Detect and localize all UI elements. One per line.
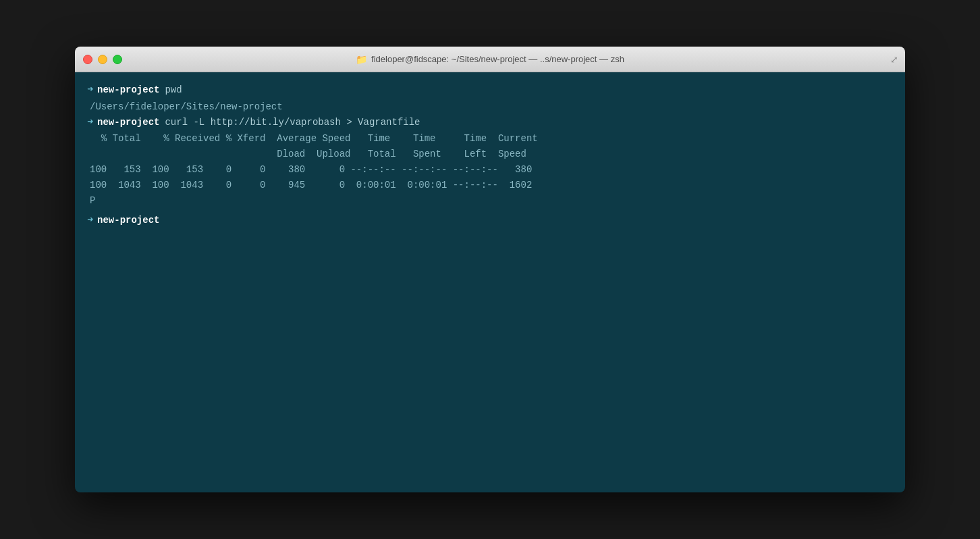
resize-icon[interactable]: ⤢ [890,53,898,65]
prompt-arrow: ➜ [87,213,93,229]
table-data-row2: 100 1043 100 1043 0 0 945 0 0:00:01 0:00… [87,178,893,192]
prompt-cmd: curl -L http://bit.ly/vaprobash > Vagran… [165,116,420,130]
folder-icon: 📁 [356,54,367,65]
terminal-window: 📁 fideloper@fidscape: ~/Sites/new-projec… [75,47,905,492]
prompt-cmd: pwd [165,83,182,97]
terminal-line: ➜ new-project curl -L http://bit.ly/vapr… [87,116,893,131]
terminal-output-p: P [87,194,893,208]
table-data-row1: 100 153 100 153 0 0 380 0 --:--:-- --:--… [87,163,893,177]
table-header-row2: Dload Upload Total Spent Left Speed [87,147,893,161]
titlebar: 📁 fideloper@fidscape: ~/Sites/new-projec… [75,47,905,72]
close-button[interactable] [83,55,92,64]
prompt-dir: new-project [97,213,159,228]
prompt-dir: new-project [97,116,159,130]
maximize-button[interactable] [113,55,122,64]
terminal-output: /Users/fideloper/Sites/new-project [87,100,893,114]
minimize-button[interactable] [98,55,107,64]
prompt-dir: new-project [97,83,159,97]
terminal-line-final: ➜ new-project [87,213,893,229]
prompt-arrow: ➜ [87,116,93,131]
terminal-body[interactable]: ➜ new-project pwd /Users/fideloper/Sites… [75,72,905,492]
table-header-row1: % Total % Received % Xferd Average Speed… [87,132,893,146]
prompt-arrow: ➜ [87,83,93,99]
window-title: 📁 fideloper@fidscape: ~/Sites/new-projec… [356,54,624,65]
terminal-line: ➜ new-project pwd [87,83,893,99]
